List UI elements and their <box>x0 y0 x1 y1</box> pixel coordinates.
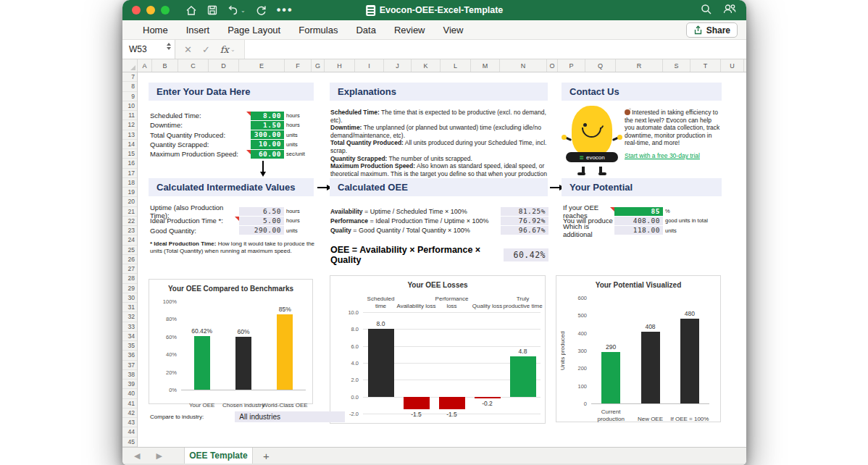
column-header-R[interactable]: R <box>616 59 663 72</box>
row-header-9[interactable]: 9 <box>122 92 137 101</box>
undo-dropdown-icon[interactable]: ⌄ <box>241 7 246 14</box>
row-header-38[interactable]: 38 <box>122 370 137 380</box>
row-header-29[interactable]: 29 <box>122 284 137 293</box>
column-header-I[interactable]: I <box>355 59 384 72</box>
column-header-O[interactable]: O <box>547 59 558 72</box>
row-header-36[interactable]: 36 <box>122 351 137 360</box>
value-cell[interactable]: 300.00 <box>251 130 284 139</box>
row-header-45[interactable]: 45 <box>122 437 137 447</box>
row-header-11[interactable]: 11 <box>122 111 137 120</box>
value-cell[interactable]: 8.00 <box>251 112 284 120</box>
row-header-7[interactable]: 7 <box>122 72 137 82</box>
name-box[interactable]: W53 <box>122 40 175 59</box>
column-header-J[interactable]: J <box>384 59 412 72</box>
row-header-40[interactable]: 40 <box>122 389 137 398</box>
tab-formulas[interactable]: Formulas <box>299 25 338 35</box>
value-cell[interactable]: 408.00 <box>614 217 663 225</box>
sheet-area[interactable]: Enter Your Data Here Scheduled Time:8.00… <box>138 72 746 447</box>
row-header-10[interactable]: 10 <box>122 101 137 111</box>
home-icon[interactable] <box>185 5 197 16</box>
oee-total-value-cell[interactable]: 60.42% <box>504 248 548 261</box>
row-header-15[interactable]: 15 <box>122 149 137 159</box>
free-trial-link[interactable]: Start with a free 30-day trial <box>625 152 700 159</box>
row-header-25[interactable]: 25 <box>122 246 137 255</box>
row-header-41[interactable]: 41 <box>122 399 137 409</box>
column-header-N[interactable]: N <box>500 59 547 72</box>
value-cell[interactable]: 10.00 <box>251 140 284 148</box>
fx-icon[interactable]: fx <box>220 44 229 55</box>
save-icon[interactable] <box>207 5 217 15</box>
tab-page-layout[interactable]: Page Layout <box>228 25 280 35</box>
row-header-17[interactable]: 17 <box>122 169 137 178</box>
next-sheet-icon[interactable]: ▶ <box>156 451 162 461</box>
row-header-18[interactable]: 18 <box>122 178 137 188</box>
people-icon[interactable] <box>723 4 736 17</box>
value-cell[interactable]: 290.00 <box>239 226 284 235</box>
formula-input[interactable] <box>244 40 746 59</box>
tab-review[interactable]: Review <box>394 25 425 35</box>
row-header-13[interactable]: 13 <box>122 130 137 140</box>
column-header-H[interactable]: H <box>325 59 355 72</box>
column-header-Q[interactable]: Q <box>585 59 616 72</box>
select-all-corner[interactable] <box>122 59 138 72</box>
row-header-32[interactable]: 32 <box>122 312 137 322</box>
cancel-entry-icon[interactable]: ✕ <box>184 44 192 55</box>
row-header-22[interactable]: 22 <box>122 217 137 226</box>
column-header-L[interactable]: L <box>441 59 471 72</box>
row-header-35[interactable]: 35 <box>122 341 137 351</box>
value-cell[interactable]: 60.00 <box>251 150 284 159</box>
undo-icon[interactable] <box>228 5 238 15</box>
close-button[interactable] <box>132 6 141 14</box>
column-header-U[interactable]: U <box>721 59 744 72</box>
oee-value-cell[interactable]: 96.67% <box>501 226 548 235</box>
prev-sheet-icon[interactable]: ◀ <box>134 451 140 461</box>
row-header-12[interactable]: 12 <box>122 120 137 130</box>
row-header-30[interactable]: 30 <box>122 293 137 303</box>
value-cell[interactable]: 85 <box>614 207 663 216</box>
value-cell[interactable]: 5.00 <box>239 217 284 225</box>
add-sheet-button[interactable]: + <box>253 448 280 464</box>
tab-insert[interactable]: Insert <box>186 25 210 35</box>
column-header-E[interactable]: E <box>239 59 285 72</box>
row-header-20[interactable]: 20 <box>122 197 137 206</box>
column-header-K[interactable]: K <box>412 59 441 72</box>
row-header-39[interactable]: 39 <box>122 380 137 389</box>
row-header-8[interactable]: 8 <box>122 82 137 91</box>
row-header-26[interactable]: 26 <box>122 255 137 264</box>
tab-home[interactable]: Home <box>143 25 168 35</box>
column-header-T[interactable]: T <box>690 59 721 72</box>
search-icon[interactable] <box>701 4 711 17</box>
value-cell[interactable]: 1.50 <box>251 121 284 130</box>
row-header-31[interactable]: 31 <box>122 303 137 312</box>
chart-oee-losses[interactable]: Your OEE Losses -2.00.02.04.06.08.010.08… <box>330 275 546 424</box>
sheet-tab-oee-template[interactable]: OEE Template <box>184 448 253 464</box>
row-header-43[interactable]: 43 <box>122 418 137 427</box>
row-header-37[interactable]: 37 <box>122 361 137 370</box>
row-header-19[interactable]: 19 <box>122 188 137 197</box>
row-header-21[interactable]: 21 <box>122 207 137 217</box>
value-cell[interactable]: 118.00 <box>614 226 663 235</box>
row-header-44[interactable]: 44 <box>122 427 137 437</box>
minimize-button[interactable] <box>146 6 155 14</box>
name-box-stepper[interactable] <box>167 43 171 50</box>
row-header-23[interactable]: 23 <box>122 226 137 235</box>
column-header-A[interactable]: A <box>138 59 152 72</box>
column-header-C[interactable]: C <box>178 59 209 72</box>
tab-view[interactable]: View <box>443 25 464 35</box>
row-header-33[interactable]: 33 <box>122 322 137 332</box>
tab-data[interactable]: Data <box>356 25 375 35</box>
column-header-B[interactable]: B <box>152 59 178 72</box>
row-header-27[interactable]: 27 <box>122 264 137 274</box>
row-header-14[interactable]: 14 <box>122 140 137 149</box>
oee-value-cell[interactable]: 81.25% <box>501 207 548 216</box>
confirm-entry-icon[interactable]: ✓ <box>202 44 210 55</box>
industry-dropdown[interactable]: All industries <box>235 411 345 422</box>
fx-dropdown-icon[interactable]: ⌄ <box>230 46 235 53</box>
row-header-24[interactable]: 24 <box>122 235 137 245</box>
share-button[interactable]: Share <box>686 22 738 38</box>
oee-value-cell[interactable]: 76.92% <box>501 217 548 225</box>
row-header-42[interactable]: 42 <box>122 409 137 418</box>
chart-potential-visualized[interactable]: Your Potential Visualized 01002003004005… <box>556 275 721 422</box>
zoom-button[interactable] <box>161 6 170 14</box>
row-header-16[interactable]: 16 <box>122 159 137 168</box>
